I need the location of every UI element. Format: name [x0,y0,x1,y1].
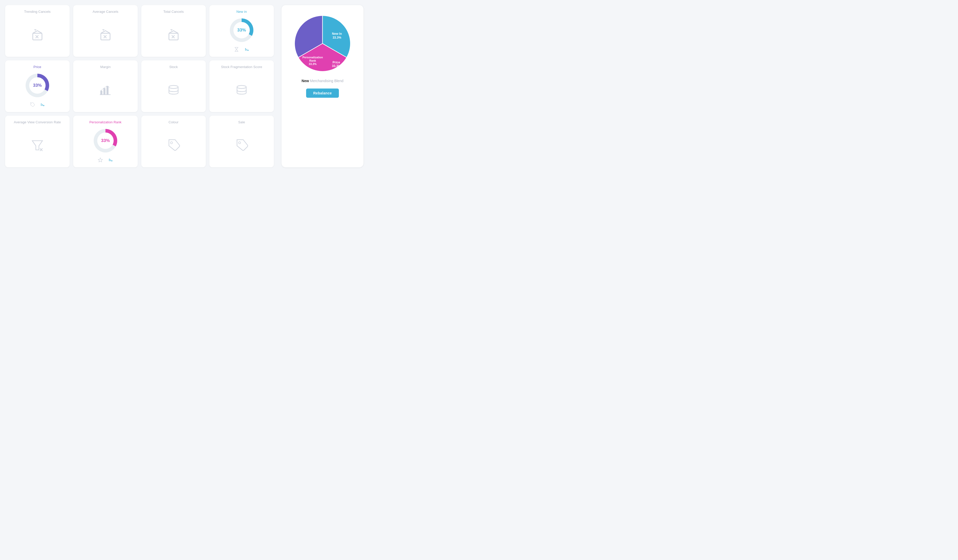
card-title-average-cancels: Average Cancels [93,10,119,14]
star-icon [98,157,103,164]
donut-personalization-rank: 33% [91,127,119,155]
card-average-view-conversion-rate[interactable]: Average View Conversion Rate [5,115,70,167]
icon-area-price: 33% [23,71,51,100]
icon-area-average-cancels [99,16,112,53]
pie-label-rank: Rank [309,59,316,62]
card-title-trending-cancels: Trending Cancels [24,10,51,14]
card-title-new-in: New in [236,10,247,14]
right-panel: New In 33.3% Personalization Rank 33.3% … [282,5,363,167]
sort-down-blue-icon [40,102,45,109]
card-title-stock-fragmentation-score: Stock Fragmentation Score [221,65,262,69]
icon-area-sale [235,127,248,164]
icon-area-margin [99,71,112,109]
card-title-average-view-conversion-rate: Average View Conversion Rate [14,120,61,124]
tag-icon [30,102,35,109]
pie-label-price: Price [333,61,340,64]
icon-area-trending-cancels [31,16,44,53]
card-colour[interactable]: Colour [141,115,206,167]
card-title-stock: Stock [169,65,178,69]
pie-label-pers: Personalization [303,56,323,59]
main-layout: Trending Cancels Average Cancels Total C… [5,5,363,167]
svg-point-35 [170,142,173,144]
icon-area-stock [167,71,180,109]
card-margin[interactable]: Margin [73,60,138,112]
donut-label-personalization-rank: 33% [101,138,110,143]
bottom-icons-new-in [234,47,249,53]
card-sale[interactable]: Sale [209,115,274,167]
rebalance-button[interactable]: Rebalance [306,89,339,98]
card-title-price: Price [33,65,41,69]
bottom-icons-price [30,102,45,109]
svg-rect-22 [100,90,102,95]
donut-label-new-in: 33% [237,28,246,33]
svg-rect-23 [103,88,105,95]
card-title-personalization-rank: Personalization Rank [89,120,121,124]
grid-section: Trending Cancels Average Cancels Total C… [5,5,274,167]
icon-area-new-in: 33% [228,16,256,44]
svg-marker-31 [98,158,103,162]
svg-point-26 [169,85,178,89]
donut-new-in: 33% [228,16,256,44]
card-title-sale: Sale [238,120,245,124]
card-total-cancels[interactable]: Total Cancels [141,5,206,57]
svg-point-27 [237,85,246,89]
hourglass-icon [234,47,239,53]
svg-point-18 [31,103,32,104]
card-stock[interactable]: Stock [141,60,206,112]
pie-chart: New In 33.3% Personalization Rank 33.3% … [292,13,353,74]
card-new-in[interactable]: New in 33% [209,5,274,57]
svg-point-36 [238,142,241,144]
card-average-cancels[interactable]: Average Cancels [73,5,138,57]
card-trending-cancels[interactable]: Trending Cancels [5,5,70,57]
pie-label-newin: New In [332,32,342,36]
icon-area-personalization-rank: 33% [91,127,119,155]
blend-label: New Merchandising Blend [301,79,343,83]
card-title-margin: Margin [100,65,111,69]
card-stock-fragmentation-score[interactable]: Stock Fragmentation Score [209,60,274,112]
svg-rect-24 [106,86,108,95]
pie-svg: New In 33.3% Personalization Rank 33.3% … [292,13,353,74]
blend-label-rest: Merchandising Blend [309,79,344,83]
blend-label-bold: New [301,79,309,83]
sort-down-blue-icon [244,47,249,53]
cards-grid: Trending Cancels Average Cancels Total C… [5,5,274,167]
card-title-total-cancels: Total Cancels [163,10,184,14]
pie-value-pers: 33.3% [309,62,317,65]
icon-area-stock-fragmentation-score [235,71,248,109]
pie-value-newin: 33.3% [333,36,341,40]
sort-down-blue-icon [108,157,113,164]
card-title-colour: Colour [168,120,178,124]
icon-area-average-view-conversion-rate [31,127,44,164]
card-price[interactable]: Price 33% [5,60,70,112]
bottom-icons-personalization-rank [98,157,113,164]
svg-marker-28 [32,141,43,150]
icon-area-colour [167,127,180,164]
icon-area-total-cancels [167,16,180,53]
pie-value-price: 33.3% [332,64,341,68]
donut-price: 33% [23,71,51,100]
card-personalization-rank[interactable]: Personalization Rank 33% [73,115,138,167]
donut-label-price: 33% [33,83,42,88]
